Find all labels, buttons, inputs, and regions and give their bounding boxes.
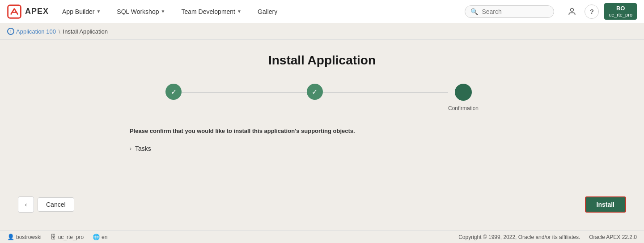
help-icon[interactable]: ? bbox=[585, 4, 599, 19]
main-content: Install Application ✓ ✓ Confirmation Ple… bbox=[0, 40, 644, 230]
step-line-1 bbox=[182, 92, 307, 93]
apex-logo-text: APEX bbox=[25, 7, 49, 16]
apex-logo[interactable]: APEX bbox=[7, 4, 49, 19]
confirm-message: Please confirm that you would like to in… bbox=[130, 128, 523, 134]
footer-actions: ‹ Cancel Install bbox=[9, 188, 635, 222]
step-line-2 bbox=[323, 92, 448, 93]
nav-team-development-arrow: ▼ bbox=[237, 9, 242, 14]
tasks-row[interactable]: › Tasks bbox=[121, 141, 523, 156]
bottom-lang: 🌐 en bbox=[93, 234, 107, 240]
stepper: ✓ ✓ Confirmation bbox=[165, 84, 479, 111]
svg-rect-0 bbox=[8, 5, 21, 18]
db-icon: 🗄 bbox=[51, 234, 56, 240]
tasks-label: Tasks bbox=[135, 145, 151, 152]
globe-icon: 🌐 bbox=[93, 234, 100, 240]
install-button[interactable]: Install bbox=[585, 196, 626, 213]
search-input[interactable] bbox=[482, 8, 544, 15]
svg-point-2 bbox=[571, 8, 574, 11]
bottom-db: 🗄 uc_rte_pro bbox=[51, 234, 84, 240]
breadcrumb-parent-link[interactable]: ↑ Application 100 bbox=[7, 28, 56, 35]
nav-sql-workshop-arrow: ▼ bbox=[161, 9, 165, 14]
nav-app-builder-arrow: ▼ bbox=[96, 9, 101, 14]
breadcrumb: ↑ Application 100 \ Install Application bbox=[0, 23, 644, 40]
copyright: Copyright © 1999, 2022, Oracle and/or it… bbox=[458, 234, 580, 240]
header: APEX App Builder ▼ SQL Workshop ▼ Team D… bbox=[0, 0, 644, 23]
nav-gallery[interactable]: Gallery bbox=[255, 6, 280, 17]
step-1: ✓ bbox=[165, 84, 182, 100]
nav-team-development[interactable]: Team Development ▼ bbox=[178, 6, 244, 17]
cancel-button[interactable]: Cancel bbox=[38, 197, 74, 212]
bottom-user: 👤 bostrowski bbox=[7, 234, 42, 240]
step-3 bbox=[455, 84, 472, 101]
up-arrow-icon: ↑ bbox=[7, 28, 14, 35]
breadcrumb-separator: \ bbox=[59, 28, 60, 35]
nav-app-builder[interactable]: App Builder ▼ bbox=[59, 6, 103, 17]
user-badge[interactable]: BO uc_rte_pro bbox=[604, 3, 637, 20]
user-menu-icon[interactable] bbox=[565, 4, 579, 19]
step-2: ✓ bbox=[307, 84, 323, 100]
breadcrumb-current: Install Application bbox=[63, 28, 108, 35]
content-area: Please confirm that you would like to in… bbox=[121, 128, 523, 156]
page-title: Install Application bbox=[268, 53, 376, 68]
back-button[interactable]: ‹ bbox=[18, 196, 34, 213]
bottom-bar: 👤 bostrowski 🗄 uc_rte_pro 🌐 en Copyright… bbox=[0, 230, 644, 243]
header-icons: ? BO uc_rte_pro bbox=[565, 3, 637, 20]
tasks-chevron-icon: › bbox=[130, 145, 131, 152]
version: Oracle APEX 22.2.0 bbox=[589, 234, 637, 240]
nav-sql-workshop[interactable]: SQL Workshop ▼ bbox=[114, 6, 168, 17]
step-3-label: Confirmation bbox=[448, 105, 479, 111]
search-box[interactable]: 🔍 bbox=[465, 5, 554, 18]
person-icon: 👤 bbox=[7, 234, 14, 240]
search-icon: 🔍 bbox=[470, 8, 478, 15]
